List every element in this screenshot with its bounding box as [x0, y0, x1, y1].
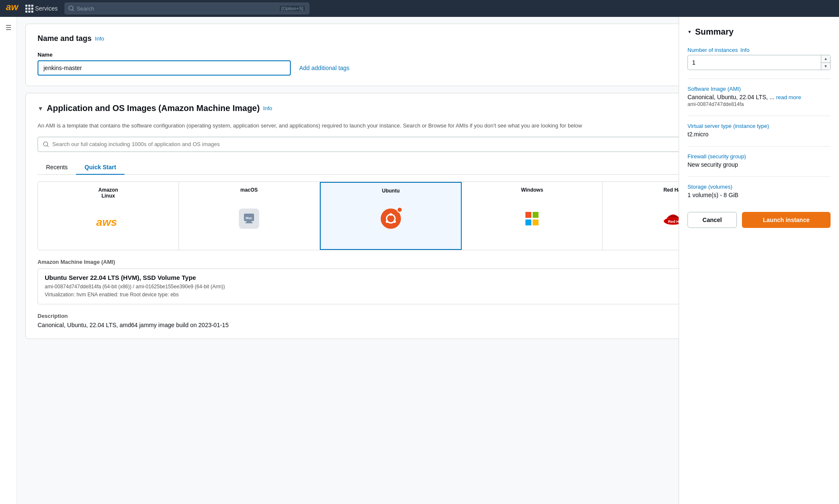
ubuntu-logo: [381, 194, 401, 244]
svg-rect-7: [246, 221, 252, 222]
divider-2: [687, 116, 831, 116]
instance-type-label[interactable]: Virtual server type (instance type): [687, 123, 831, 129]
summary-header: ▼ Summary: [687, 27, 831, 37]
ami-collapse-icon: ▼: [38, 105, 43, 112]
name-tags-title: Name and tags: [38, 34, 92, 43]
search-shortcut: [Option+S]: [279, 5, 305, 12]
firewall-value: New security group: [687, 161, 831, 168]
svg-point-1: [69, 6, 73, 10]
tab-recents[interactable]: Recents: [38, 160, 76, 175]
windows-logo: [525, 193, 539, 245]
divider-1: [687, 79, 831, 79]
os-card-amazon-linux[interactable]: AmazonLinux aws: [38, 182, 179, 250]
storage-field: Storage (volumes) 1 volume(s) - 8 GiB: [687, 184, 831, 198]
svg-point-12: [386, 220, 388, 223]
os-card-macos-name: macOS: [241, 187, 258, 193]
ami-info-link[interactable]: Info: [263, 105, 272, 111]
instances-count-input[interactable]: [688, 59, 821, 66]
search-icon: [68, 5, 74, 11]
software-image-id: ami-00874d747dde814fa: [687, 101, 744, 107]
svg-point-13: [393, 220, 396, 223]
summary-collapse-icon: ▼: [687, 30, 692, 34]
ami-title: Application and OS Images (Amazon Machin…: [47, 103, 260, 113]
search-bar[interactable]: [Option+S]: [65, 3, 309, 14]
storage-value: 1 volume(s) - 8 GiB: [687, 192, 831, 198]
instances-label: Number of instances Info: [687, 47, 831, 53]
instance-type-value: t2.micro: [687, 131, 831, 138]
launch-instance-button[interactable]: Launch instance: [742, 212, 831, 228]
divider-3: [687, 146, 831, 146]
os-card-amazon-linux-name: AmazonLinux: [98, 187, 118, 199]
sidebar: ☰: [0, 17, 17, 504]
svg-line-4: [47, 146, 49, 147]
software-image-field: Software Image (AMI) Canonical, Ubuntu, …: [687, 86, 831, 107]
instances-field: Number of instances Info ▲ ▼: [687, 47, 831, 70]
tab-quickstart[interactable]: Quick Start: [76, 160, 124, 175]
cancel-button[interactable]: Cancel: [687, 212, 737, 228]
ami-result-details-line1: ami-00874d747dde814fa (64-bit (x86)) / a…: [45, 283, 225, 291]
os-card-windows-name: Windows: [521, 187, 544, 193]
os-card-ubuntu-name: Ubuntu: [382, 188, 400, 194]
svg-text:aws: aws: [96, 216, 117, 228]
aws-logo: aws: [5, 1, 19, 16]
svg-text:Mac: Mac: [246, 216, 252, 220]
grid-icon: [25, 5, 33, 13]
aws-card-logo: aws: [95, 199, 121, 245]
services-menu[interactable]: Services: [25, 5, 58, 13]
firewall-field: Firewall (security group) New security g…: [687, 153, 831, 168]
software-image-label[interactable]: Software Image (AMI): [687, 86, 831, 92]
hamburger-menu[interactable]: ☰: [2, 20, 15, 35]
summary-actions: Cancel Launch instance: [687, 212, 831, 228]
svg-line-2: [73, 10, 74, 11]
software-image-value: Canonical, Ubuntu, 22.04 LTS, ... read m…: [687, 94, 831, 107]
instance-type-field: Virtual server type (instance type) t2.m…: [687, 123, 831, 138]
storage-label[interactable]: Storage (volumes): [687, 184, 831, 190]
os-card-macos[interactable]: macOS Mac: [179, 182, 320, 250]
instances-spinner: ▲ ▼: [821, 55, 830, 70]
mac-logo: Mac: [239, 193, 259, 245]
ami-search-icon: [43, 141, 49, 147]
os-card-windows[interactable]: Windows: [462, 182, 603, 250]
top-navigation: aws Services [Option+S]: [0, 0, 839, 17]
read-more-link[interactable]: read more: [776, 94, 801, 100]
name-tags-info-link[interactable]: Info: [95, 35, 104, 42]
instance-name-input[interactable]: [38, 60, 291, 76]
ami-result-details-line2: Virtualization: hvm ENA enabled: true Ro…: [45, 291, 225, 299]
search-input[interactable]: [77, 5, 277, 12]
services-label: Services: [35, 5, 58, 12]
svg-rect-8: [245, 222, 253, 223]
add-tags-link[interactable]: Add additional tags: [299, 65, 349, 71]
summary-panel: ▼ Summary Number of instances Info ▲ ▼ S…: [679, 17, 839, 504]
instances-input-wrapper: ▲ ▼: [687, 55, 831, 70]
instances-info-link[interactable]: Info: [740, 47, 750, 53]
os-card-ubuntu[interactable]: Ubuntu: [320, 182, 462, 250]
firewall-label[interactable]: Firewall (security group): [687, 153, 831, 160]
svg-point-11: [390, 213, 392, 216]
svg-point-3: [43, 142, 48, 146]
increment-button[interactable]: ▲: [821, 55, 830, 63]
ami-result-name: Ubuntu Server 22.04 LTS (HVM), SSD Volum…: [45, 274, 225, 281]
divider-4: [687, 176, 831, 177]
decrement-button[interactable]: ▼: [821, 63, 830, 70]
summary-title: Summary: [695, 27, 733, 37]
svg-text:aws: aws: [6, 2, 19, 12]
